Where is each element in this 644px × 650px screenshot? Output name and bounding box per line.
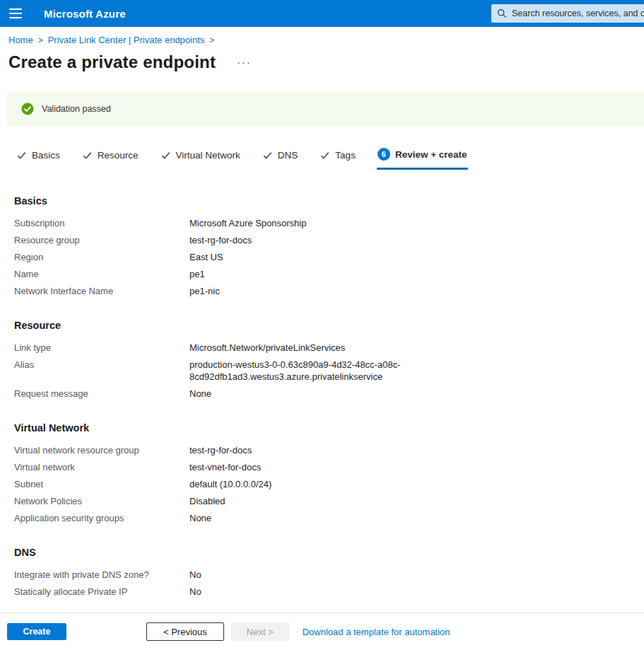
- review-row: Virtual network resource group test-rg-f…: [14, 444, 644, 456]
- review-row: Link type Microsoft.Network/privateLinkS…: [14, 342, 644, 354]
- action-footer: Create < Previous Next > Download a temp…: [0, 613, 644, 650]
- review-row: Alias production-westus3-0-0.63c890a9-4d…: [14, 359, 644, 383]
- section-title: Resource: [14, 318, 644, 332]
- review-row: Subscription Microsoft Azure Sponsorship: [14, 217, 644, 229]
- global-search[interactable]: [491, 4, 644, 23]
- more-actions-button[interactable]: ···: [234, 57, 254, 67]
- search-icon: [497, 8, 507, 18]
- validation-banner: Validation passed: [7, 91, 644, 127]
- azure-brand-link[interactable]: Microsoft Azure: [44, 8, 126, 20]
- check-icon: [262, 150, 273, 161]
- tab-strip: Basics Resource Virtual Network DNS Tags…: [16, 142, 644, 170]
- row-label: Region: [14, 251, 189, 263]
- section-resource: Resource Link type Microsoft.Network/pri…: [14, 318, 644, 400]
- section-virtual-network: Virtual Network Virtual network resource…: [14, 421, 644, 524]
- review-row: Subnet default (10.0.0.0/24): [14, 478, 644, 490]
- row-label: Request message: [14, 388, 189, 400]
- validation-banner-text: Validation passed: [42, 104, 111, 114]
- row-value: default (10.0.0.0/24): [189, 478, 271, 490]
- review-row: Network Policies Disabled: [14, 495, 644, 507]
- row-value: pe1-nic: [189, 285, 220, 297]
- section-dns: DNS Integrate with private DNS zone? No …: [14, 545, 644, 598]
- review-row: Application security groups None: [14, 512, 644, 524]
- success-check-icon: [21, 103, 34, 115]
- tab-basics[interactable]: Basics: [16, 144, 61, 170]
- review-row: Resource group test-rg-for-docs: [14, 234, 644, 246]
- section-title: DNS: [14, 545, 644, 559]
- tab-resource[interactable]: Resource: [81, 144, 139, 170]
- row-label: Subscription: [14, 217, 189, 229]
- breadcrumb-separator: >: [38, 35, 43, 45]
- row-label: Link type: [14, 342, 189, 354]
- row-value: production-westus3-0-0.63c890a9-4d32-48c…: [189, 359, 410, 383]
- tab-review-create[interactable]: 6 Review + create: [377, 142, 468, 170]
- row-value: test-vnet-for-docs: [189, 461, 261, 473]
- breadcrumb-private-link-center-link[interactable]: Private Link Center | Private endpoints: [48, 35, 205, 45]
- next-button-disabled[interactable]: Next >: [231, 622, 289, 641]
- download-template-link[interactable]: Download a template for automation: [303, 627, 450, 637]
- section-title: Basics: [14, 194, 644, 208]
- row-label: Application security groups: [14, 512, 189, 524]
- row-value: pe1: [189, 268, 205, 280]
- row-label: Virtual network: [14, 461, 189, 473]
- row-label: Virtual network resource group: [14, 444, 189, 456]
- row-value: test-rg-for-docs: [189, 234, 252, 246]
- top-bar: Microsoft Azure: [0, 0, 644, 27]
- row-value: test-rg-for-docs: [189, 444, 252, 456]
- page-title: Create a private endpoint: [8, 50, 216, 74]
- check-icon: [16, 150, 27, 161]
- check-icon: [320, 150, 330, 161]
- row-value: Disabled: [189, 495, 226, 507]
- row-value: None: [189, 512, 211, 524]
- search-input[interactable]: [512, 8, 644, 18]
- row-label: Integrate with private DNS zone?: [14, 569, 189, 581]
- review-row: Region East US: [14, 251, 644, 263]
- check-icon: [82, 150, 93, 161]
- row-value: None: [189, 388, 211, 400]
- row-label: Statically allocate Private IP: [14, 586, 189, 598]
- row-value: No: [189, 586, 201, 598]
- row-label: Network Interface Name: [14, 285, 189, 297]
- section-basics: Basics Subscription Microsoft Azure Spon…: [14, 194, 644, 297]
- step-number-badge: 6: [377, 148, 390, 161]
- check-icon: [160, 150, 171, 161]
- row-label: Resource group: [14, 234, 189, 246]
- hamburger-icon: [9, 8, 22, 10]
- review-row: Virtual network test-vnet-for-docs: [14, 461, 644, 473]
- review-row: Statically allocate Private IP No: [14, 586, 644, 598]
- review-row: Network Interface Name pe1-nic: [14, 285, 644, 297]
- hamburger-menu-button[interactable]: [0, 0, 31, 27]
- review-row: Name pe1: [14, 268, 644, 280]
- row-label: Network Policies: [14, 495, 189, 507]
- breadcrumb-home-link[interactable]: Home: [8, 35, 33, 45]
- tab-tags[interactable]: Tags: [319, 144, 356, 170]
- section-title: Virtual Network: [14, 421, 644, 435]
- row-label: Subnet: [14, 478, 189, 490]
- breadcrumb: Home > Private Link Center | Private end…: [8, 35, 644, 45]
- review-row: Request message None: [14, 388, 644, 400]
- review-row: Integrate with private DNS zone? No: [14, 569, 644, 581]
- breadcrumb-separator: >: [209, 35, 214, 45]
- row-value: Microsoft.Network/privateLinkServices: [189, 342, 345, 354]
- row-value: No: [189, 569, 201, 581]
- row-value: Microsoft Azure Sponsorship: [189, 217, 306, 229]
- tab-dns[interactable]: DNS: [262, 144, 299, 170]
- previous-button[interactable]: < Previous: [146, 622, 224, 641]
- create-button[interactable]: Create: [7, 623, 66, 640]
- review-content: Basics Subscription Microsoft Azure Spon…: [0, 194, 644, 598]
- tab-virtual-network[interactable]: Virtual Network: [160, 144, 241, 170]
- row-label: Alias: [14, 359, 189, 383]
- row-value: East US: [189, 251, 223, 263]
- row-label: Name: [14, 268, 189, 280]
